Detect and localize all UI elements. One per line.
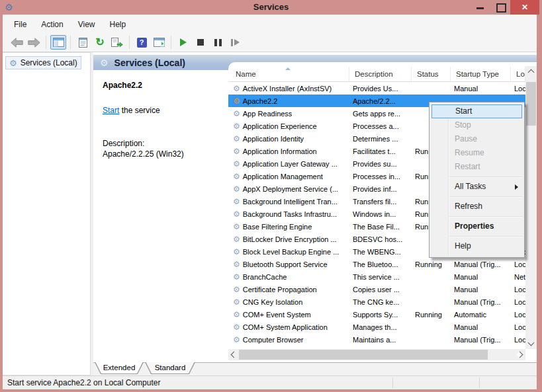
menu-separator — [449, 216, 523, 217]
service-row[interactable]: ⚙Computer BrowserMaintains a...Manual (T… — [228, 333, 525, 346]
pause-service-icon[interactable] — [210, 35, 226, 50]
service-name: Computer Browser — [243, 336, 304, 344]
service-row[interactable]: ⚙BranchCacheThis service ...ManualNet — [228, 270, 525, 283]
service-gear-icon: ⚙ — [233, 286, 240, 294]
service-startup-type: Manual (Trig... — [451, 336, 511, 344]
show-action-pane-icon[interactable] — [151, 35, 167, 50]
service-description: Transfers fil... — [349, 198, 412, 206]
service-description: Processes a... — [349, 122, 412, 130]
service-name: Block Level Backup Engine ... — [243, 248, 339, 256]
menu-separator — [449, 176, 523, 177]
service-name: Base Filtering Engine — [243, 223, 312, 231]
service-description: Apache/2.2... — [349, 97, 412, 105]
services-window: ⚙ Services ✕ FileActionViewHelp ↻? ⚙ Ser… — [0, 0, 542, 392]
service-startup-type: Manual — [451, 323, 511, 331]
minimize-button[interactable] — [471, 0, 490, 15]
service-row[interactable]: ⚙Certificate PropagationCopies user ...M… — [228, 283, 525, 295]
service-row[interactable]: ⚙COM+ System ApplicationManages th...Man… — [228, 321, 525, 333]
service-gear-icon: ⚙ — [233, 198, 240, 206]
service-startup-type: Manual — [451, 85, 511, 93]
toolbar: ↻? — [3, 33, 537, 52]
context-menu-item-restart: Restart — [429, 160, 524, 174]
toolbar-separator — [129, 36, 130, 49]
service-action-text: Start the service — [103, 106, 222, 115]
menu-separator — [449, 196, 523, 197]
context-menu-item-refresh[interactable]: Refresh — [429, 200, 524, 214]
help-icon[interactable]: ? — [134, 35, 150, 50]
service-name: App Readiness — [243, 110, 293, 118]
vertical-scrollbar[interactable] — [525, 66, 537, 349]
refresh-icon[interactable]: ↻ — [92, 35, 108, 50]
menu-view[interactable]: View — [71, 17, 103, 32]
properties-icon[interactable] — [75, 35, 91, 50]
context-menu-item-help[interactable]: Help — [429, 239, 524, 253]
vertical-scroll-thumb[interactable] — [526, 82, 536, 126]
back-icon[interactable] — [9, 35, 24, 50]
tab-standard[interactable]: Standard — [145, 362, 195, 374]
description-label: Description: — [103, 139, 222, 148]
service-description: Windows in... — [349, 210, 412, 218]
service-description: Processes in... — [349, 173, 412, 180]
maximize-button[interactable] — [490, 0, 510, 15]
scroll-left-icon[interactable] — [231, 352, 238, 358]
scroll-up-icon[interactable] — [528, 69, 535, 76]
scroll-down-icon[interactable] — [528, 340, 535, 346]
menu-bar: FileActionViewHelp — [3, 15, 537, 33]
service-gear-icon: ⚙ — [233, 160, 240, 168]
service-description: BDESVC hos... — [349, 235, 412, 243]
statusbar-divider — [392, 377, 393, 388]
service-gear-icon: ⚙ — [233, 260, 240, 268]
service-name: CNG Key Isolation — [243, 298, 302, 306]
service-startup-type: Automatic — [451, 311, 511, 319]
forward-icon[interactable] — [26, 35, 42, 50]
service-description: Provides su... — [349, 160, 412, 168]
service-gear-icon: ⚙ — [233, 210, 240, 218]
service-description: Copies user ... — [349, 286, 412, 294]
stop-service-icon[interactable] — [193, 35, 208, 50]
menu-file[interactable]: File — [7, 17, 34, 32]
toolbar-separator — [70, 36, 71, 49]
service-description: The WBENG... — [349, 248, 412, 256]
window-title: Services — [0, 2, 542, 12]
column-header-startup-type[interactable]: Startup Type — [451, 67, 511, 81]
description-text: Apache/2.2.25 (Win32) — [103, 149, 222, 159]
column-header-description[interactable]: Description — [349, 67, 412, 81]
close-button[interactable]: ✕ — [510, 0, 539, 15]
service-gear-icon: ⚙ — [233, 173, 240, 180]
horizontal-scroll-thumb[interactable] — [239, 350, 488, 360]
column-header-log-on-as[interactable]: Log On As — [511, 67, 525, 81]
column-header-name[interactable]: Name — [228, 67, 349, 81]
show-console-tree-icon[interactable] — [50, 35, 66, 50]
context-menu-item-start[interactable]: Start — [431, 104, 522, 118]
service-log-on-as: Loc — [511, 311, 525, 319]
restart-service-icon[interactable] — [227, 35, 243, 50]
service-row[interactable]: ⚙Bluetooth Support ServiceThe Bluetoo...… — [228, 258, 525, 270]
export-list-icon[interactable] — [109, 35, 125, 50]
service-row[interactable]: ⚙CNG Key IsolationThe CNG ke...Manual (T… — [228, 295, 525, 308]
services-gear-icon: ⚙ — [9, 59, 17, 67]
service-row[interactable]: ⚙ActiveX Installer (AxInstSV)Provides Us… — [228, 82, 525, 95]
column-header-status[interactable]: Status — [412, 67, 451, 81]
service-name: COM+ Event System — [243, 311, 311, 319]
context-menu-item-properties[interactable]: Properties — [429, 219, 524, 233]
horizontal-scrollbar[interactable] — [228, 349, 525, 360]
tree-item-services-local[interactable]: ⚙ Services (Local) — [5, 56, 81, 69]
tab-extended[interactable]: Extended — [95, 362, 144, 374]
start-service-icon[interactable] — [175, 35, 191, 50]
service-gear-icon: ⚙ — [233, 110, 240, 118]
service-name: BranchCache — [243, 273, 287, 281]
list-header-row: Name Description Status Startup Type Log… — [228, 67, 525, 82]
service-name: BitLocker Drive Encryption ... — [243, 235, 337, 243]
statusbar-divider — [479, 377, 480, 388]
menu-help[interactable]: Help — [103, 17, 134, 32]
context-menu: StartStopPauseResumeRestartAll TasksRefr… — [429, 102, 525, 258]
service-action-suffix: the service — [119, 106, 159, 115]
menu-action[interactable]: Action — [34, 17, 70, 32]
scroll-right-icon[interactable] — [517, 352, 523, 358]
service-gear-icon: ⚙ — [233, 147, 240, 155]
service-description: The Base Fil... — [349, 223, 412, 231]
start-service-link[interactable]: Start — [103, 106, 119, 115]
service-row[interactable]: ⚙COM+ Event SystemSupports Sy...RunningA… — [228, 308, 525, 321]
context-menu-item-all-tasks[interactable]: All Tasks — [429, 180, 524, 194]
service-name: Application Management — [243, 173, 323, 180]
